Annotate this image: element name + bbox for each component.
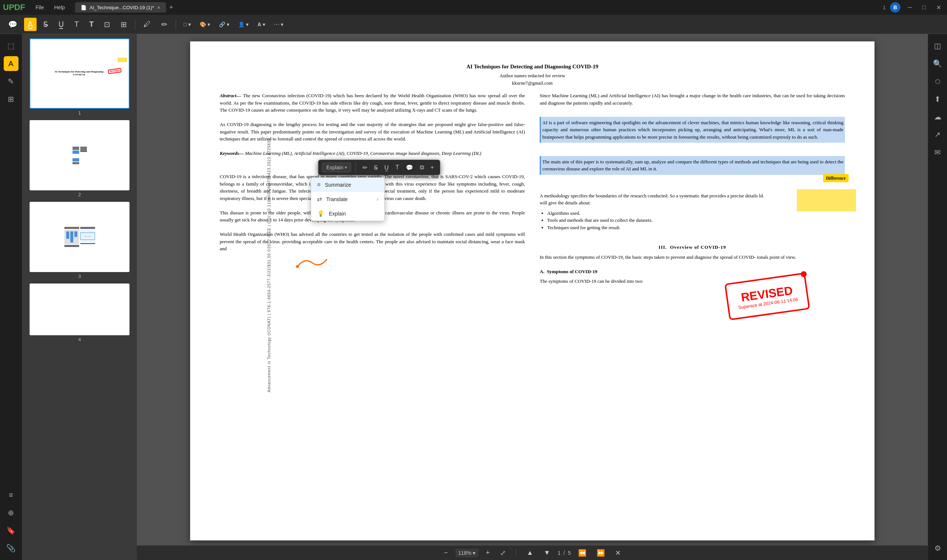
- right-column: Since Machine Learning (ML) and Artifici…: [540, 92, 845, 285]
- right-ai-icon[interactable]: ⬡: [930, 74, 945, 89]
- fit-btn[interactable]: ⤢: [497, 548, 509, 558]
- zoom-out-btn[interactable]: −: [441, 548, 451, 558]
- keywords-text: Machine Learning (ML), Artificial Intell…: [245, 151, 481, 156]
- page-total: 5: [568, 550, 571, 556]
- highlight-btn[interactable]: A̲: [24, 18, 37, 31]
- zoom-dropdown-icon[interactable]: ▾: [473, 550, 475, 556]
- right-sidebar-toggle[interactable]: ◫: [930, 38, 945, 53]
- shape-dropdown[interactable]: □ ▾: [180, 20, 193, 29]
- right-export-icon[interactable]: ⬆: [930, 92, 945, 106]
- separator-1: [135, 19, 136, 29]
- translate-icon: ⇄: [317, 195, 322, 203]
- sidebar-icon-select[interactable]: ⬚: [4, 38, 19, 53]
- scroll-up-btn[interactable]: ▲: [524, 548, 537, 558]
- paper-authors: Author names redacted for review: [220, 73, 845, 79]
- annotation-toolbar: 💬 A̲ S̶ U̲ T T ⊡ ⊞ 🖊 ✏ □ ▾ 🎨 ▾ 🔗 ▾ 👤 ▾ A…: [0, 15, 947, 34]
- highlighted-text-2: The main aim of this paper is to systema…: [542, 158, 844, 172]
- thumb-page-num-1: 1: [78, 110, 81, 116]
- thumbnail-page-4[interactable]: 4: [25, 283, 134, 342]
- separator-2: [176, 19, 176, 29]
- page-navigation: 1 / 5: [558, 550, 571, 556]
- summarize-menu-item[interactable]: ≡ Summarize: [311, 178, 384, 192]
- keywords-paragraph: Keywords— Machine Learning (ML), Artific…: [220, 150, 525, 157]
- color-dropdown[interactable]: 🎨 ▾: [197, 20, 213, 29]
- translate-label: Translate: [326, 196, 348, 202]
- more-dropdown[interactable]: ⋯ ▾: [271, 20, 286, 29]
- maximize-btn[interactable]: □: [919, 3, 929, 12]
- pen-btn[interactable]: ✏: [157, 18, 171, 31]
- next-page-btn[interactable]: ⏩: [594, 548, 608, 558]
- file-menu[interactable]: File: [31, 3, 48, 12]
- explain-menu-icon: 💡: [317, 210, 324, 217]
- active-tab[interactable]: 📄 AI_Technique...COVID-19 (1)* ✕: [75, 2, 166, 12]
- page-current: 1: [558, 550, 561, 556]
- right-mail-icon[interactable]: ✉: [930, 145, 945, 160]
- prev-page-btn[interactable]: ⏪: [575, 548, 589, 558]
- right-cloud-icon[interactable]: ☁: [930, 109, 945, 124]
- thumbnail-page-1[interactable]: AI Techniques for Detecting and Diagnosi…: [25, 38, 134, 116]
- paper-title: AI Techniques for Detecting and Diagnosi…: [220, 63, 845, 70]
- sidebar-icon-attachment[interactable]: 📎: [4, 541, 19, 555]
- translate-menu-item[interactable]: ⇄ Translate ›: [311, 192, 384, 206]
- zoom-in-btn[interactable]: +: [483, 548, 493, 558]
- right-share-icon[interactable]: ↗: [930, 127, 945, 142]
- right-intro: Since Machine Learning (ML) and Artifici…: [540, 92, 845, 106]
- comment-btn[interactable]: 💬: [5, 18, 21, 31]
- close-nav-btn[interactable]: ✕: [612, 548, 624, 558]
- new-tab-btn[interactable]: +: [169, 4, 173, 11]
- user-avatar: B: [890, 2, 901, 12]
- thumbnail-panel: AI Techniques for Detecting and Diagnosi…: [22, 34, 137, 560]
- sidebar-icon-bookmark[interactable]: 🔖: [4, 523, 19, 538]
- bold-text-btn[interactable]: T: [85, 18, 97, 31]
- close-btn[interactable]: ✕: [933, 3, 944, 12]
- sidebar-icon-organize[interactable]: ⊞: [4, 92, 19, 106]
- explain-dropdown-icon[interactable]: ▾: [345, 165, 347, 170]
- highlighted-block-2: The main aim of this paper is to systema…: [540, 156, 845, 175]
- link-dropdown[interactable]: 🔗 ▾: [216, 20, 232, 29]
- strikethrough-btn[interactable]: S̶: [40, 18, 52, 31]
- paper-document: Advancement in Technology (ICONAT) | 978…: [190, 42, 875, 540]
- signature-dropdown[interactable]: A ▾: [254, 20, 268, 29]
- explain-icons: ✏ S̶ U̲ T 💬 ⧉ +: [360, 163, 436, 172]
- tab-title: AI_Technique...COVID-19 (1)*: [89, 5, 154, 10]
- page-separator: /: [563, 550, 565, 556]
- text-btn[interactable]: T: [71, 18, 82, 31]
- explain-label: Explain: [326, 165, 343, 171]
- explain-menu-item[interactable]: 💡 Explain: [311, 206, 384, 221]
- thumb-page-num-4: 4: [78, 337, 81, 342]
- explain-strike-icon[interactable]: S̶: [372, 163, 380, 172]
- eraser-btn[interactable]: 🖊: [140, 18, 155, 31]
- text-flow-btn[interactable]: ⊞: [117, 18, 131, 31]
- minimize-btn[interactable]: ─: [905, 3, 915, 12]
- zoom-value: 118%: [458, 550, 472, 556]
- sidebar-icon-annotation[interactable]: A: [4, 56, 19, 71]
- thumbnail-page-3[interactable]: ●──● 3: [25, 202, 134, 279]
- tab-bar: 📄 AI_Technique...COVID-19 (1)* ✕ +: [75, 2, 883, 12]
- sidebar-icon-layers[interactable]: ⊕: [4, 505, 19, 520]
- menu-bar: File Help: [31, 3, 69, 12]
- thumbnail-page-2[interactable]: 2: [25, 120, 134, 197]
- sidebar-icon-edit[interactable]: ✎: [4, 74, 19, 89]
- abstract-paragraph: Abstract— The new Coronavirus infection …: [220, 92, 525, 114]
- explain-text-icon[interactable]: T: [393, 163, 401, 172]
- explain-add-icon[interactable]: +: [428, 163, 436, 172]
- explain-comment-icon[interactable]: 💬: [404, 163, 415, 172]
- explain-underline-icon[interactable]: U̲: [382, 163, 391, 172]
- stamp-dropdown[interactable]: 👤 ▾: [235, 20, 251, 29]
- right-sidebar: ◫ 🔍 ⬡ ⬆ ☁ ↗ ✉ ⚙: [928, 34, 947, 560]
- right-search-icon[interactable]: 🔍: [930, 56, 945, 71]
- explain-copy-icon[interactable]: ⧉: [418, 163, 426, 172]
- scroll-down-btn[interactable]: ▼: [541, 548, 554, 558]
- right-settings-icon[interactable]: ⚙: [930, 541, 945, 555]
- help-menu[interactable]: Help: [49, 3, 69, 12]
- tab-close-btn[interactable]: ✕: [157, 5, 160, 10]
- explain-button[interactable]: Explain ▾: [322, 163, 351, 172]
- svg-point-0: [296, 265, 299, 268]
- explain-pen-icon[interactable]: ✏: [360, 163, 370, 172]
- sidebar-icon-comment-list[interactable]: ≡: [4, 488, 19, 502]
- squiggle-decoration: [220, 255, 525, 270]
- underline-btn[interactable]: U̲: [55, 18, 68, 31]
- yellow-annotation: [797, 189, 856, 211]
- text-box-btn[interactable]: ⊡: [100, 18, 114, 31]
- paper-email: kkurne7@gmail.com: [220, 80, 845, 86]
